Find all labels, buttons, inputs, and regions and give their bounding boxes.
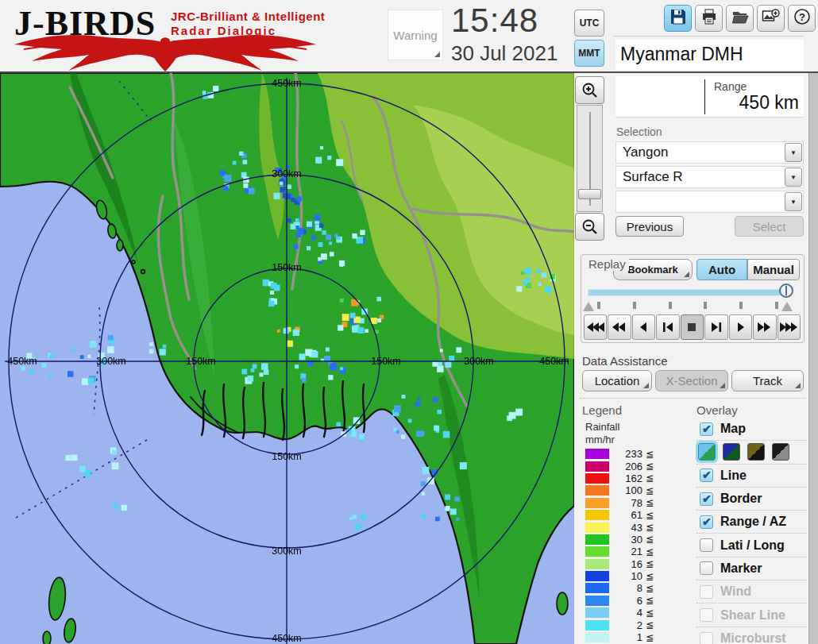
wind-checkbox	[700, 585, 713, 599]
panel-edge-strip[interactable]	[808, 0, 818, 644]
range-az-checkbox[interactable]	[700, 515, 713, 529]
legend-value: 16	[617, 558, 642, 570]
legend-color-swatch	[585, 607, 609, 618]
utc-button[interactable]: UTC	[574, 10, 604, 37]
option-dropdown[interactable]: ▼	[615, 191, 804, 213]
utc-label: UTC	[580, 17, 600, 29]
replay-slider-handle[interactable]	[779, 283, 793, 298]
zoom-in-button[interactable]	[575, 76, 604, 104]
replay-range-end-marker[interactable]	[781, 302, 793, 311]
product-dropdown-value: Surface R	[623, 169, 683, 185]
replay-range-start-marker[interactable]	[583, 302, 594, 311]
ring-label-e450: 450km	[539, 356, 569, 367]
print-button[interactable]	[695, 5, 723, 32]
overlay-item-map: Map	[696, 418, 806, 441]
legend-value: 6	[617, 595, 642, 607]
map-style-swatch-1[interactable]	[698, 443, 716, 461]
ring-label-s300: 300km	[272, 546, 302, 557]
slider-tick	[704, 302, 707, 309]
play-icon	[731, 322, 749, 333]
slider-tick	[633, 302, 636, 309]
ring-label-n450: 450km	[272, 78, 302, 89]
toolbar: ?	[664, 5, 816, 33]
legend-value: 206	[617, 461, 642, 472]
radar-map[interactable]: 450km 300km 150km 150km 300km 450km 450k…	[0, 73, 574, 644]
help-button[interactable]: ?	[788, 5, 816, 32]
save-button[interactable]	[664, 5, 692, 32]
jbirds-logo: J-BIRDS JRC-Brilliant & Intelligent Rada…	[8, 2, 326, 71]
warning-button[interactable]: Warning	[388, 10, 443, 60]
overlay-label: Overlay	[696, 403, 738, 417]
lati-long-checkbox[interactable]	[700, 538, 713, 552]
x-section-button[interactable]: X-Section	[655, 370, 728, 391]
previous-button[interactable]: Previous	[615, 216, 684, 237]
legend-label: Legend	[582, 403, 622, 417]
ring-label-e300: 300km	[464, 356, 494, 367]
range-label: Range	[714, 80, 747, 93]
legend-color-swatch	[585, 449, 609, 459]
zoom-slider-handle[interactable]	[578, 189, 601, 199]
legend-row: 233 ≦	[585, 448, 681, 460]
select-button[interactable]: Select	[735, 216, 804, 237]
step-back-button[interactable]	[656, 314, 679, 340]
legend-color-swatch	[585, 620, 609, 631]
track-button[interactable]: Track	[731, 370, 804, 391]
site-dropdown[interactable]: Yangon ▼	[615, 141, 804, 164]
rewind-button[interactable]	[608, 314, 631, 340]
rainfall-legend: 233 ≦ 206 ≦ 162 ≦ 100 ≦ 78 ≦ 61 ≦ 43 ≦ 3…	[585, 448, 681, 643]
map-style-swatch-4[interactable]	[772, 443, 789, 461]
step-forward-button[interactable]	[704, 314, 727, 340]
product-dropdown-arrow-icon[interactable]: ▼	[785, 168, 802, 187]
app-window: J-BIRDS JRC-Brilliant & Intelligent Rada…	[0, 0, 818, 644]
location-button[interactable]: Location	[582, 370, 652, 391]
play-reverse-icon	[635, 322, 653, 333]
map-style-row	[696, 441, 806, 464]
ring-label-w450: 450km	[7, 356, 37, 367]
legend-leq-symbol: ≦	[646, 546, 654, 557]
auto-button[interactable]: Auto	[696, 259, 747, 280]
forward-button[interactable]	[753, 314, 776, 340]
open-folder-button[interactable]	[726, 5, 754, 32]
range-az-label: Range / AZ	[720, 515, 786, 529]
legend-value: 2	[617, 619, 642, 631]
legend-color-swatch	[585, 461, 609, 472]
microburst-label: Microburst	[720, 631, 786, 644]
mmt-button[interactable]: MMT	[574, 40, 604, 67]
line-checkbox[interactable]	[700, 469, 713, 482]
image-export-button[interactable]	[757, 5, 785, 32]
manual-button[interactable]: Manual	[747, 259, 800, 280]
rewind-fast-icon	[587, 322, 604, 333]
legend-color-swatch	[585, 473, 609, 484]
site-dropdown-value: Yangon	[623, 145, 668, 160]
forward-fast-button[interactable]	[777, 314, 801, 340]
zoom-slider[interactable]	[577, 105, 603, 212]
stop-button[interactable]	[681, 314, 704, 340]
play-button[interactable]	[729, 314, 752, 340]
map-style-swatch-2[interactable]	[723, 443, 740, 461]
legend-row: 21 ≦	[585, 546, 681, 557]
map-zoom-widget	[575, 76, 605, 241]
play-reverse-button[interactable]	[632, 314, 655, 340]
option-dropdown-arrow-icon[interactable]: ▼	[785, 192, 802, 211]
overlay-item-line: Line	[696, 465, 806, 488]
header-bar: J-BIRDS JRC-Brilliant & Intelligent Rada…	[0, 0, 818, 73]
map-checkbox[interactable]	[700, 422, 713, 436]
ring-label-n150: 150km	[272, 262, 302, 273]
site-dropdown-arrow-icon[interactable]: ▼	[785, 143, 802, 162]
legend-color-swatch	[585, 534, 609, 545]
product-dropdown[interactable]: Surface R ▼	[615, 166, 804, 188]
replay-slider-track[interactable]	[588, 289, 786, 296]
ring-label-w300: 300km	[96, 356, 126, 367]
zoom-out-button[interactable]	[575, 213, 604, 241]
border-checkbox[interactable]	[700, 492, 713, 506]
legend-color-swatch	[585, 510, 609, 520]
legend-color-swatch	[585, 498, 609, 508]
marker-checkbox[interactable]	[700, 561, 713, 575]
zoom-out-icon	[581, 218, 599, 236]
map-label: Map	[720, 422, 746, 436]
shear-line-checkbox	[700, 608, 713, 622]
overlay-item-lati-long: Lati / Long	[696, 534, 806, 557]
rewind-fast-button[interactable]	[584, 314, 607, 340]
map-style-swatch-3[interactable]	[747, 443, 765, 461]
playback-controls	[584, 314, 801, 340]
